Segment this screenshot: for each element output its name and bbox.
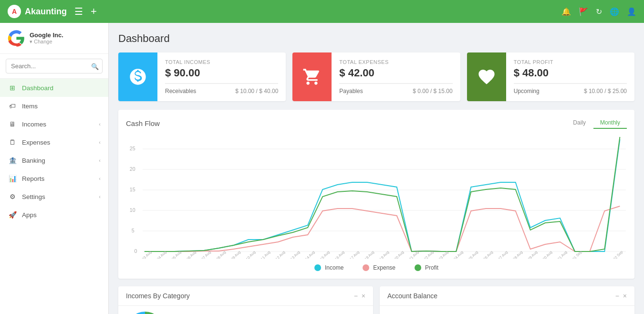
sidebar-label-incomes: Incomes	[22, 121, 94, 128]
svg-text:28 Aug: 28 Aug	[512, 250, 523, 259]
account-minimize-icon[interactable]: −	[615, 292, 619, 300]
incomes-category-header: Incomes By Category − ×	[118, 286, 373, 306]
search-icon: 🔍	[91, 63, 99, 70]
sidebar-label-expenses: Expenses	[22, 139, 94, 146]
svg-text:16 Aug: 16 Aug	[334, 250, 345, 259]
reports-icon: 📊	[8, 175, 17, 182]
legend-expense: Expense	[363, 264, 395, 271]
settings-icon: ⚙	[8, 193, 17, 200]
incomes-category-controls: − ×	[354, 292, 365, 300]
money-icon	[128, 67, 147, 86]
company-change-link[interactable]: ▾ Change	[30, 39, 63, 45]
svg-text:17 Aug: 17 Aug	[349, 250, 360, 259]
account-balance-controls: − ×	[615, 292, 627, 300]
flag-icon[interactable]: 🚩	[579, 7, 588, 16]
company-info[interactable]: Google Inc. ▾ Change	[0, 23, 108, 54]
globe-icon[interactable]: 🌐	[610, 7, 619, 16]
company-name: Google Inc.	[30, 31, 63, 39]
profit-card-icon	[467, 52, 506, 101]
sidebar-label-dashboard: Dashboard	[22, 84, 101, 92]
top-navigation: A Akaunting ☰ + 🔔 🚩 ↻ 🌐 👤	[0, 0, 644, 23]
pie-chart	[126, 312, 164, 314]
notification-icon[interactable]: 🔔	[561, 7, 571, 16]
sidebar-item-expenses[interactable]: 🗒 Expenses ‹	[0, 133, 108, 151]
profit-amount: $ 48.00	[514, 67, 627, 84]
svg-text:0: 0	[135, 248, 137, 254]
add-button[interactable]: +	[91, 5, 97, 18]
pie-chart-area: $ 20.00 Invoices $ 40.00 Deposit	[126, 312, 365, 314]
svg-text:10: 10	[130, 207, 135, 213]
topnav-icons: 🔔 🚩 ↻ 🌐 👤	[561, 7, 636, 16]
settings-chevron-icon: ‹	[99, 194, 101, 199]
legend-expense-label: Expense	[373, 264, 395, 271]
svg-text:19 Aug: 19 Aug	[379, 250, 390, 259]
close-icon[interactable]: ×	[362, 292, 365, 300]
sidebar-label-settings: Settings	[22, 193, 94, 200]
account-balance-title: Account Balance	[387, 292, 437, 300]
sidebar-item-incomes[interactable]: 🖥 Incomes ‹	[0, 115, 108, 133]
svg-text:30 Aug: 30 Aug	[542, 250, 553, 259]
heart-icon	[477, 67, 496, 86]
sidebar-item-settings[interactable]: ⚙ Settings ‹	[0, 188, 108, 206]
cashflow-title: Cash Flow	[126, 119, 160, 127]
svg-text:11 Aug: 11 Aug	[260, 250, 271, 259]
expenses-card-body: TOTAL EXPENSES $ 42.00 Payables $ 0.00 /…	[332, 52, 460, 101]
svg-text:09 Aug: 09 Aug	[230, 250, 241, 259]
incomes-chevron-icon: ‹	[99, 121, 101, 127]
sidebar-item-reports[interactable]: 📊 Reports ‹	[0, 169, 108, 188]
tab-daily[interactable]: Daily	[566, 117, 592, 129]
expenses-subtitle: TOTAL EXPENSES	[339, 59, 452, 65]
expenses-card-icon	[292, 52, 332, 101]
account-balance-header: Account Balance − ×	[380, 286, 634, 306]
refresh-icon[interactable]: ↻	[596, 7, 602, 16]
profit-subtitle: TOTAL PROFIT	[514, 59, 627, 65]
account-balance-body: Cash $ 48.00	[380, 306, 634, 314]
svg-text:27 Aug: 27 Aug	[498, 250, 509, 259]
search-input[interactable]	[6, 59, 103, 73]
svg-text:18 Aug: 18 Aug	[364, 250, 375, 259]
account-balance-widget: Account Balance − × Cash $ 48.00	[380, 286, 634, 314]
google-logo-icon	[8, 30, 25, 47]
hamburger-menu[interactable]: ☰	[74, 6, 83, 17]
sidebar-item-dashboard[interactable]: ⊞ Dashboard	[0, 79, 108, 97]
income-card: TOTAL INCOMES $ 90.00 Receivables $ 10.0…	[118, 52, 286, 101]
profit-detail-label: Upcoming	[514, 88, 540, 94]
reports-chevron-icon: ‹	[99, 176, 101, 181]
legend-income-label: Income	[325, 264, 343, 271]
sidebar-item-banking[interactable]: 🏦 Banking ‹	[0, 151, 108, 169]
sidebar-nav: ⊞ Dashboard 🏷 Items 🖥 Incomes ‹ 🗒 Expens…	[0, 79, 108, 314]
legend-profit-label: Profit	[425, 264, 438, 271]
incomes-icon: 🖥	[8, 120, 17, 128]
items-icon: 🏷	[8, 102, 17, 110]
app-logo[interactable]: A Akaunting	[8, 5, 67, 18]
legend-income: Income	[314, 264, 343, 271]
income-detail-value: $ 10.00 / $ 40.00	[235, 88, 278, 94]
expenses-detail-label: Payables	[339, 88, 363, 94]
apps-icon: 🚀	[8, 211, 17, 219]
account-close-icon[interactable]: ×	[623, 292, 627, 300]
legend-income-dot	[314, 264, 321, 271]
page-title: Dashboard	[118, 32, 634, 45]
user-icon[interactable]: 👤	[627, 7, 636, 16]
sidebar-item-items[interactable]: 🏷 Items	[0, 97, 108, 115]
minimize-icon[interactable]: −	[354, 292, 358, 300]
app-name: Akaunting	[25, 7, 67, 17]
profit-card-body: TOTAL PROFIT $ 48.00 Upcoming $ 10.00 / …	[506, 52, 634, 101]
svg-text:5: 5	[132, 228, 135, 233]
logo-icon: A	[8, 5, 21, 18]
tab-monthly[interactable]: Monthly	[593, 117, 627, 129]
legend-expense-dot	[363, 264, 369, 271]
cashflow-chart: 0 5 10 15 20 25	[126, 135, 627, 259]
legend-profit: Profit	[415, 264, 438, 271]
svg-text:13 Aug: 13 Aug	[290, 250, 301, 259]
svg-text:15: 15	[130, 187, 135, 192]
svg-text:10 Aug: 10 Aug	[245, 250, 256, 259]
incomes-category-title: Incomes By Category	[126, 292, 190, 300]
expenses-icon: 🗒	[8, 138, 17, 146]
company-details: Google Inc. ▾ Change	[30, 31, 63, 45]
dashboard-icon: ⊞	[8, 84, 17, 92]
income-amount: $ 90.00	[165, 67, 278, 84]
sidebar-item-apps[interactable]: 🚀 Apps	[0, 206, 108, 224]
expenses-detail-value: $ 0.00 / $ 15.00	[413, 88, 452, 94]
legend-profit-dot	[415, 264, 421, 271]
